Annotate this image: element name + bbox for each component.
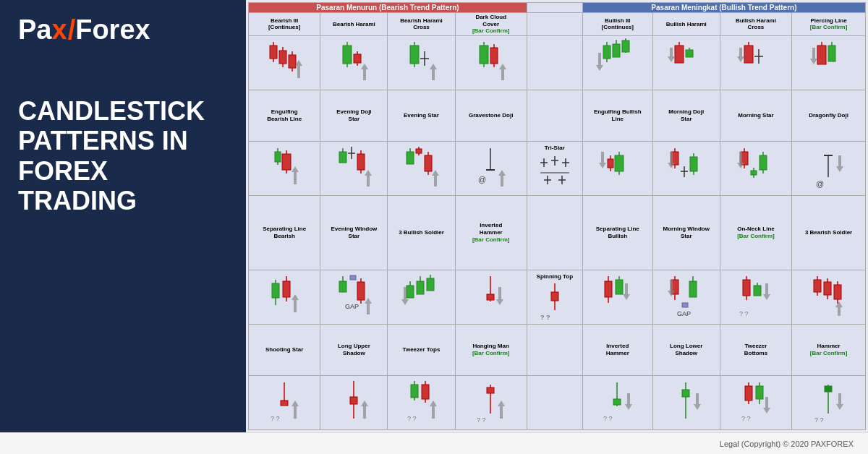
b-col4-lbl: Dark CloudCover[Bar Confirm] bbox=[455, 13, 527, 36]
svg-rect-206 bbox=[825, 386, 832, 392]
svg-rect-185 bbox=[422, 385, 429, 399]
tri-star-cell: Tri-Star bbox=[527, 142, 582, 196]
svg-rect-90 bbox=[608, 159, 613, 168]
svg-rect-133 bbox=[417, 281, 424, 294]
svg-rect-50 bbox=[828, 46, 835, 61]
svg-rect-203 bbox=[756, 386, 763, 399]
logo-x: x bbox=[51, 14, 67, 46]
svg-rect-64 bbox=[357, 154, 365, 170]
b-col2-lbl: Bearish Harami bbox=[320, 13, 388, 36]
bu-row4-col3-lbl: TweezerBottoms bbox=[720, 324, 791, 375]
b-col3-lbl: Bearish HaramiCross bbox=[388, 13, 455, 36]
chart-area: Pasaran Menurun (Bearish Trend Pattern) … bbox=[246, 0, 868, 432]
bullish-harami-pattern bbox=[652, 35, 720, 90]
title-block: CANDLESTICK PATTERNS IN FOREX TRADING bbox=[18, 96, 228, 216]
dark-cloud-cover-svg bbox=[471, 38, 511, 85]
svg-rect-59 bbox=[339, 152, 346, 163]
gravestone-doji-svg: @ bbox=[471, 145, 511, 192]
on-neck-line-pattern: ? ? bbox=[720, 270, 791, 324]
svg-rect-73 bbox=[425, 155, 432, 171]
svg-rect-122 bbox=[339, 281, 346, 292]
svg-rect-116 bbox=[272, 283, 279, 298]
engulfing-bearish-pattern bbox=[249, 142, 320, 196]
footer-text: Legal (Copyright) © 2020 PAXFOREX bbox=[720, 440, 854, 448]
bu-row4-col4-lbl: Hammer[Bar Confirm] bbox=[792, 324, 866, 375]
dragonfly-doji-svg: @ bbox=[809, 145, 848, 192]
svg-rect-193 bbox=[613, 399, 621, 405]
3-bull-svg bbox=[401, 273, 441, 320]
three-bearish-soldier-pattern bbox=[792, 270, 866, 324]
inv-ham-bull-svg: ? ? bbox=[597, 379, 637, 426]
svg-rect-1 bbox=[270, 46, 277, 59]
b-row2-col4-lbl: Gravestone Doji bbox=[455, 90, 527, 141]
bearish-harami-cross-pattern bbox=[388, 35, 455, 90]
dragonfly-doji-pattern: @ bbox=[792, 142, 866, 196]
center-col-lbl bbox=[527, 13, 582, 36]
bu-row2-col2-lbl: Morning DojiStar bbox=[652, 90, 720, 141]
svg-rect-154 bbox=[682, 303, 688, 307]
logo-slash: / bbox=[68, 14, 76, 46]
svg-rect-21 bbox=[480, 46, 488, 64]
bu-col3-lbl: Bullish HaramiCross bbox=[720, 13, 791, 36]
svg-rect-36 bbox=[675, 46, 684, 63]
bullish-header: Pasaran Meningkat (Bullish Trend Pattern… bbox=[582, 3, 865, 13]
svg-rect-39 bbox=[686, 50, 693, 57]
b-row2-col1-lbl: EngulfingBearish Line bbox=[249, 90, 320, 141]
spinning-top-cell: Spinning Top ? ? bbox=[527, 270, 582, 324]
svg-rect-176 bbox=[281, 401, 288, 406]
tweezer-tops-svg: ? ? bbox=[401, 379, 441, 426]
svg-rect-107 bbox=[751, 171, 757, 175]
svg-text:@: @ bbox=[478, 175, 486, 184]
svg-rect-70 bbox=[416, 149, 422, 153]
title-line2: PATTERNS IN bbox=[18, 126, 228, 155]
tweezer-bottoms-pattern: ? ? bbox=[720, 376, 791, 430]
b-row3-col2-lbl: Evening WindowStar bbox=[320, 196, 388, 270]
logo-forex: Forex bbox=[75, 14, 150, 46]
morning-star-svg bbox=[736, 145, 775, 192]
b-row4-col1-lbl: Shooting Star bbox=[249, 324, 320, 375]
engulfing-bearish-svg bbox=[265, 145, 305, 192]
b-row3-col4-lbl: InvertedHammer[Bar Confirm] bbox=[455, 196, 527, 270]
svg-rect-136 bbox=[427, 278, 434, 291]
evening-doji-star-pattern bbox=[320, 142, 388, 196]
dark-cloud-cover-pattern bbox=[455, 35, 527, 90]
svg-text:GAP: GAP bbox=[677, 310, 691, 317]
long-lower-shadow-svg bbox=[666, 379, 706, 426]
svg-text:GAP: GAP bbox=[345, 303, 359, 310]
svg-text:? ?: ? ? bbox=[741, 415, 751, 422]
b-row2-col3-lbl: Evening Star bbox=[388, 90, 455, 141]
hammer-svg: ? ? bbox=[809, 379, 848, 426]
center-row1 bbox=[527, 35, 582, 90]
tri-star-svg bbox=[537, 153, 573, 192]
tri-star-label: Tri-Star bbox=[528, 143, 582, 153]
spinning-top-label: Spinning Top bbox=[528, 272, 582, 281]
hanging-man-pattern: ? ? bbox=[455, 376, 527, 430]
spinning-top-svg: ? ? bbox=[537, 281, 573, 321]
title-line3: FOREX TRADING bbox=[18, 156, 228, 216]
bearish-harami-cross-svg bbox=[401, 38, 441, 85]
svg-rect-149 bbox=[616, 280, 623, 294]
svg-rect-146 bbox=[605, 281, 612, 297]
bu-col1-lbl: Bullish III[Continues] bbox=[582, 13, 652, 36]
engulfing-bullish-pattern bbox=[582, 142, 652, 196]
inv-ham-svg bbox=[471, 273, 511, 320]
svg-rect-130 bbox=[407, 286, 414, 298]
svg-rect-119 bbox=[283, 281, 290, 297]
svg-text:? ?: ? ? bbox=[603, 415, 613, 422]
svg-text:? ?: ? ? bbox=[407, 415, 417, 422]
svg-text:@: @ bbox=[816, 179, 824, 188]
svg-rect-30 bbox=[613, 44, 620, 57]
svg-rect-67 bbox=[407, 152, 414, 164]
hanging-man-svg: ? ? bbox=[471, 379, 511, 426]
bearish-3-continues-pattern bbox=[249, 35, 320, 90]
bu-row3-col4-lbl: 3 Bearish Soldier bbox=[792, 196, 866, 270]
svg-text:? ?: ? ? bbox=[814, 416, 824, 424]
long-upper-shadow-pattern bbox=[320, 376, 388, 430]
svg-rect-47 bbox=[817, 46, 826, 64]
morning-star-pattern bbox=[720, 142, 791, 196]
svg-rect-33 bbox=[622, 40, 629, 52]
footer: Legal (Copyright) © 2020 PAXFOREX bbox=[0, 432, 868, 454]
inverted-hammer-bullish-pattern: ? ? bbox=[582, 376, 652, 430]
bullish-3-continues-svg bbox=[596, 38, 639, 85]
bearish-header: Pasaran Menurun (Bearish Trend Pattern) bbox=[249, 3, 527, 13]
